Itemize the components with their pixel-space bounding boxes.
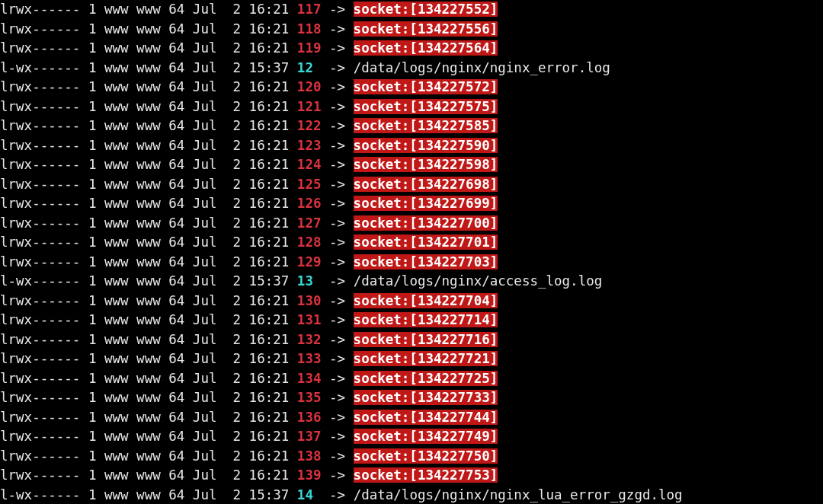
socket-target: socket:[134227721] [354, 351, 498, 366]
ls-row: lrwx------ 1 www www 64 Jul 2 16:21 123 … [0, 136, 823, 156]
symlink-arrow: -> [321, 293, 353, 308]
symlink-arrow: -> [321, 2, 353, 17]
file-metadata: 1 www www 64 Jul 2 16:21 [80, 40, 296, 56]
permissions: lrwx------ [0, 157, 80, 172]
permissions: lrwx------ [0, 448, 80, 464]
permissions: l-wx------ [0, 273, 80, 289]
symlink-arrow: -> [321, 21, 353, 37]
permissions: lrwx------ [0, 177, 80, 192]
permissions: lrwx------ [0, 196, 80, 211]
ls-row: lrwx------ 1 www www 64 Jul 2 16:21 121 … [0, 97, 823, 117]
socket-target: socket:[134227598] [354, 157, 498, 172]
permissions: lrwx------ [0, 79, 80, 94]
permissions: lrwx------ [0, 410, 80, 425]
fd-number: 133 [297, 351, 322, 366]
permissions: l-wx------ [0, 60, 80, 75]
symlink-arrow: -> [321, 60, 353, 75]
fd-number: 118 [297, 21, 322, 37]
socket-target: socket:[134227564] [354, 40, 498, 56]
symlink-arrow: -> [321, 448, 353, 464]
fd-number: 128 [297, 234, 322, 250]
socket-target: socket:[134227714] [354, 312, 498, 327]
file-target: /data/logs/nginx/access_log.log [354, 273, 603, 289]
file-metadata: 1 www www 64 Jul 2 16:21 [80, 99, 296, 114]
socket-target: socket:[134227733] [354, 390, 498, 405]
file-metadata: 1 www www 64 Jul 2 16:21 [80, 312, 296, 327]
ls-row: lrwx------ 1 www www 64 Jul 2 16:21 118 … [0, 20, 823, 40]
file-metadata: 1 www www 64 Jul 2 16:21 [80, 293, 296, 308]
socket-target: socket:[134227749] [354, 429, 498, 444]
ls-row: l-wx------ 1 www www 64 Jul 2 15:37 12 -… [0, 59, 823, 78]
ls-row: lrwx------ 1 www www 64 Jul 2 16:21 129 … [0, 253, 823, 273]
fd-number: 119 [297, 40, 322, 56]
socket-target: socket:[134227753] [354, 467, 498, 483]
symlink-arrow: -> [321, 312, 353, 327]
symlink-arrow: -> [321, 99, 353, 114]
symlink-arrow: -> [321, 332, 353, 347]
fd-number: 135 [297, 390, 322, 405]
file-metadata: 1 www www 64 Jul 2 15:37 [80, 487, 296, 502]
file-metadata: 1 www www 64 Jul 2 16:21 [80, 332, 296, 347]
permissions: lrwx------ [0, 467, 80, 483]
socket-target: socket:[134227701] [354, 234, 498, 250]
permissions: lrwx------ [0, 2, 80, 17]
file-metadata: 1 www www 64 Jul 2 16:21 [80, 371, 296, 386]
socket-target: socket:[134227716] [354, 332, 498, 347]
ls-row: lrwx------ 1 www www 64 Jul 2 16:21 119 … [0, 39, 823, 59]
socket-target: socket:[134227703] [354, 254, 498, 270]
ls-row: l-wx------ 1 www www 64 Jul 2 15:37 13 -… [0, 272, 823, 292]
file-metadata: 1 www www 64 Jul 2 16:21 [80, 21, 296, 37]
ls-row: lrwx------ 1 www www 64 Jul 2 16:21 125 … [0, 175, 823, 195]
ls-row: lrwx------ 1 www www 64 Jul 2 16:21 137 … [0, 427, 823, 447]
file-metadata: 1 www www 64 Jul 2 16:21 [80, 196, 296, 211]
file-metadata: 1 www www 64 Jul 2 16:21 [80, 410, 296, 425]
file-metadata: 1 www www 64 Jul 2 16:21 [80, 234, 296, 250]
ls-row: lrwx------ 1 www www 64 Jul 2 16:21 132 … [0, 330, 823, 350]
socket-target: socket:[134227725] [354, 371, 498, 386]
symlink-arrow: -> [321, 196, 353, 211]
fd-number: 138 [297, 448, 322, 464]
symlink-arrow: -> [321, 40, 353, 56]
permissions: lrwx------ [0, 138, 80, 153]
symlink-arrow: -> [321, 215, 353, 231]
permissions: lrwx------ [0, 99, 80, 114]
ls-row: lrwx------ 1 www www 64 Jul 2 16:21 138 … [0, 447, 823, 467]
fd-number: 14 [297, 487, 313, 502]
socket-target: socket:[134227575] [354, 99, 498, 114]
symlink-arrow: -> [321, 273, 353, 289]
file-metadata: 1 www www 64 Jul 2 16:21 [80, 79, 296, 94]
ls-row: lrwx------ 1 www www 64 Jul 2 16:21 139 … [0, 466, 823, 486]
ls-row: lrwx------ 1 www www 64 Jul 2 16:21 130 … [0, 292, 823, 311]
fd-number: 124 [297, 157, 322, 172]
symlink-arrow: -> [321, 254, 353, 270]
symlink-arrow: -> [321, 234, 353, 250]
symlink-arrow: -> [321, 157, 353, 172]
file-metadata: 1 www www 64 Jul 2 15:37 [80, 60, 296, 75]
permissions: lrwx------ [0, 254, 80, 270]
fd-number: 132 [297, 332, 322, 347]
symlink-arrow: -> [321, 390, 353, 405]
symlink-arrow: -> [321, 177, 353, 192]
socket-target: socket:[134227590] [354, 138, 498, 153]
permissions: lrwx------ [0, 390, 80, 405]
ls-row: lrwx------ 1 www www 64 Jul 2 16:21 128 … [0, 233, 823, 253]
socket-target: socket:[134227552] [354, 2, 498, 17]
fd-number: 123 [297, 138, 322, 153]
file-metadata: 1 www www 64 Jul 2 16:21 [80, 2, 296, 17]
file-metadata: 1 www www 64 Jul 2 16:21 [80, 467, 296, 483]
ls-row: lrwx------ 1 www www 64 Jul 2 16:21 117 … [0, 0, 823, 20]
permissions: lrwx------ [0, 312, 80, 327]
socket-target: socket:[134227556] [354, 21, 498, 37]
symlink-arrow: -> [321, 467, 353, 483]
permissions: lrwx------ [0, 351, 80, 366]
permissions: lrwx------ [0, 21, 80, 37]
socket-target: socket:[134227699] [354, 196, 498, 211]
permissions: l-wx------ [0, 487, 80, 502]
fd-number: 12 [297, 60, 313, 75]
symlink-arrow: -> [321, 429, 353, 444]
permissions: lrwx------ [0, 40, 80, 56]
permissions: lrwx------ [0, 215, 80, 231]
ls-row: l-wx------ 1 www www 64 Jul 2 15:37 14 -… [0, 486, 823, 505]
permissions: lrwx------ [0, 293, 80, 308]
ls-row: lrwx------ 1 www www 64 Jul 2 16:21 126 … [0, 194, 823, 214]
